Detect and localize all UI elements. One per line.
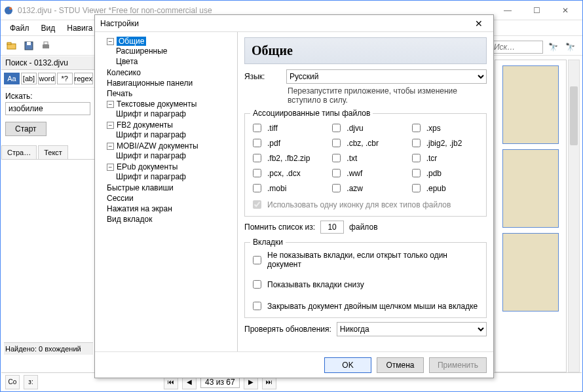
save-icon[interactable] <box>22 39 36 53</box>
tree-collapse-icon[interactable]: − <box>107 143 114 150</box>
tree-extended[interactable]: Расширенные <box>116 46 168 56</box>
wildcard-button[interactable]: *? <box>57 73 73 84</box>
tree-mobi[interactable]: MOBI/AZW документы <box>117 141 198 151</box>
tab-text[interactable]: Текст <box>38 145 68 159</box>
chk-dblclick-close[interactable]: Закрывать документ двойным щелчком мыши … <box>250 300 481 312</box>
tree-font-par-4[interactable]: Шрифт и параграф <box>116 172 186 181</box>
apply-button[interactable]: Применить <box>429 357 487 373</box>
settings-dialog: Настройки ✕ −Общие Расширенные Цвета Кол… <box>94 14 494 378</box>
remember-count-input[interactable] <box>320 221 344 234</box>
tree-font-par-2[interactable]: Шрифт и параграф <box>116 130 186 139</box>
whole-word-button[interactable]: [ab] <box>21 73 37 84</box>
binoculars-icon[interactable]: 🔭 <box>546 40 560 54</box>
ok-button[interactable]: OK <box>324 357 371 373</box>
search-panel-title: Поиск - 0132.djvu <box>1 56 96 70</box>
search-input[interactable] <box>5 102 90 115</box>
window-title: 0132.djvu - STDU Viewer *Free for non-co… <box>18 6 493 15</box>
tree-epub[interactable]: EPub документы <box>117 162 178 171</box>
thumbnail[interactable] <box>502 65 559 144</box>
chk-pcx[interactable]: .pcx, .dcx <box>250 167 322 179</box>
language-select[interactable]: Русский <box>286 69 487 84</box>
updates-label: Проверять обновления: <box>244 325 331 334</box>
tree-collapse-icon[interactable]: − <box>107 101 114 108</box>
chk-djvu[interactable]: .djvu <box>329 122 401 134</box>
svg-rect-7 <box>44 42 48 45</box>
chk-tcr[interactable]: .tcr <box>409 152 481 164</box>
chk-jbig2[interactable]: .jbig2, .jb2 <box>409 137 481 149</box>
chk-txt[interactable]: .txt <box>329 152 401 164</box>
restart-note: Перезапустите приложение, чтобы изменени… <box>288 86 487 105</box>
dialog-title: Настройки <box>100 19 470 28</box>
app-icon <box>3 5 14 16</box>
tree-text-docs[interactable]: Текстовые документы <box>117 99 197 109</box>
settings-pane-general: Общие Язык: Русский Перезапустите прилож… <box>238 32 493 351</box>
tab-pages[interactable]: Стра… <box>1 145 37 159</box>
thumbnails-pane <box>495 60 567 372</box>
chk-cbz[interactable]: .cbz, .cbr <box>329 137 401 149</box>
tree-screen-tap[interactable]: Нажатия на экран <box>107 204 172 213</box>
search-label: Искать: <box>1 88 96 101</box>
search-panel: Поиск - 0132.djvu Aa [ab] word *? regex … <box>1 56 96 370</box>
tree-font-par-1[interactable]: Шрифт и параграф <box>116 109 186 118</box>
menu-file[interactable]: Файл <box>5 22 35 34</box>
updates-select[interactable]: Никогда <box>337 322 487 336</box>
settings-tree[interactable]: −Общие Расширенные Цвета Колесико Навига… <box>95 32 238 351</box>
tree-collapse-icon[interactable]: − <box>107 122 114 129</box>
chk-pdf[interactable]: .pdf <box>250 137 322 149</box>
scroll-handle[interactable] <box>570 86 578 145</box>
chk-mobi[interactable]: .mobi <box>250 182 322 194</box>
minimize-button[interactable]: — <box>493 1 522 20</box>
chk-hide-single[interactable]: Не показывать вкладки, если открыт тольк… <box>250 251 481 269</box>
svg-point-1 <box>9 7 12 10</box>
print-icon[interactable] <box>39 39 53 53</box>
status-tab-content[interactable]: Со <box>5 375 20 389</box>
tabs-group: Вкладки Не показывать вкладки, если откр… <box>244 238 487 318</box>
close-button[interactable]: ✕ <box>551 1 580 20</box>
language-label: Язык: <box>244 72 281 81</box>
binoculars-next-icon[interactable]: 🔭 <box>563 40 577 54</box>
chk-one-icon: Использовать одну иконку для всех типов … <box>250 198 481 211</box>
tree-colors[interactable]: Цвета <box>116 57 138 66</box>
cancel-button[interactable]: Отмена <box>377 357 424 373</box>
tree-print[interactable]: Печать <box>107 89 132 98</box>
menu-nav[interactable]: Навига <box>62 22 98 34</box>
thumbnails-scrollbar[interactable] <box>568 60 580 372</box>
svg-rect-3 <box>7 43 11 45</box>
pane-heading-box: Общие <box>244 37 487 64</box>
tree-general[interactable]: Общие <box>117 37 146 46</box>
status-tab-pages[interactable]: з: <box>24 375 38 389</box>
search-input-toolbar[interactable] <box>491 41 543 54</box>
tree-fb2[interactable]: FB2 документы <box>117 120 173 130</box>
chk-xps[interactable]: .xps <box>409 122 481 134</box>
remember-label-a: Помнить список из: <box>244 223 315 232</box>
chk-fb2[interactable]: .fb2, .fb2.zip <box>250 152 322 164</box>
tree-sessions[interactable]: Сессии <box>107 194 134 203</box>
remember-label-b: файлов <box>349 223 377 232</box>
tree-font-par-3[interactable]: Шрифт и параграф <box>116 151 186 160</box>
tree-hotkeys[interactable]: Быстрые клавиши <box>107 183 174 192</box>
thumbnail[interactable] <box>502 149 559 228</box>
chk-azw[interactable]: .azw <box>329 182 401 194</box>
chk-tiff[interactable]: .tiff <box>250 122 322 134</box>
tree-nav-panels[interactable]: Навигационные панели <box>107 79 193 88</box>
start-button[interactable]: Старт <box>5 122 47 136</box>
maximize-button[interactable]: ☐ <box>522 1 551 20</box>
tree-collapse-icon[interactable]: − <box>107 164 114 171</box>
assoc-group: Ассоциированные типы файлов .tiff .djvu … <box>244 109 487 217</box>
word-button[interactable]: word <box>38 73 56 84</box>
tree-collapse-icon[interactable]: − <box>107 38 114 45</box>
open-icon[interactable] <box>5 39 19 53</box>
thumbnail[interactable] <box>502 233 559 312</box>
dialog-close-button[interactable]: ✕ <box>470 16 488 31</box>
menu-view[interactable]: Вид <box>36 22 61 34</box>
chk-wwf[interactable]: .wwf <box>329 167 401 179</box>
regex-button[interactable]: regex <box>74 73 93 84</box>
match-case-button[interactable]: Aa <box>4 73 20 84</box>
found-status: Найдено: 0 вхождений <box>4 342 93 355</box>
tree-tab-view[interactable]: Вид вкладок <box>107 215 152 224</box>
pane-heading: Общие <box>252 43 480 58</box>
chk-tabs-bottom[interactable]: Показывать вкладки снизу <box>250 278 481 291</box>
chk-pdb[interactable]: .pdb <box>409 167 481 179</box>
chk-epub[interactable]: .epub <box>409 182 481 194</box>
tree-wheel[interactable]: Колесико <box>107 68 141 77</box>
